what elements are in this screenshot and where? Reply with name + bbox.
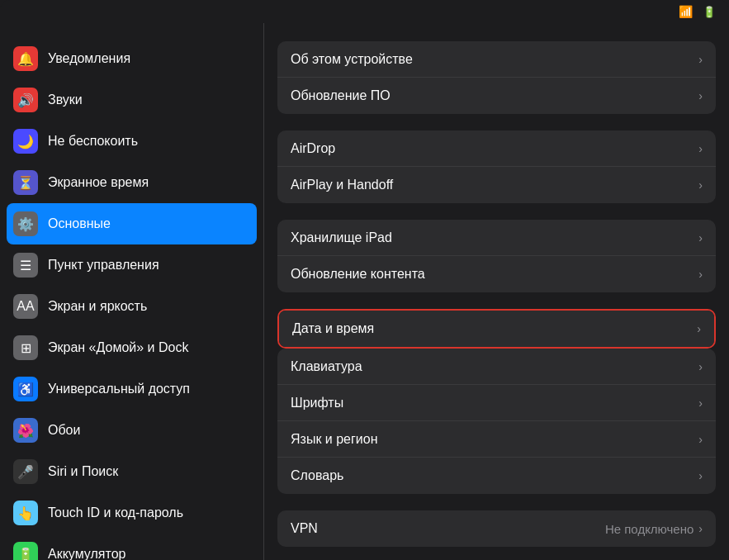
chevron-icon-airplay: ›: [698, 178, 703, 192]
row-label-airplay: AirPlay и Handoff: [291, 178, 393, 192]
row-label-vpn: VPN: [291, 521, 318, 536]
notifications-icon: 🔔: [13, 46, 38, 71]
row-label-keyboard: Клавиатура: [291, 359, 362, 374]
row-label-language: Язык и регион: [291, 432, 378, 447]
settings-row-airdrop[interactable]: AirDrop›: [277, 131, 716, 167]
sidebar-item-label-siri: Siri и Поиск: [48, 464, 118, 479]
settings-row-language[interactable]: Язык и регион›: [277, 421, 716, 458]
row-right-contentupdate: ›: [698, 268, 703, 281]
row-right-airplay: ›: [698, 178, 703, 192]
content-title: [277, 23, 716, 41]
row-right-keyboard: ›: [698, 360, 703, 373]
chevron-icon-vpn: ›: [698, 522, 703, 535]
sidebar-item-label-notifications: Уведомления: [48, 51, 130, 66]
content-area[interactable]: Об этом устройстве›Обновление ПО›AirDrop…: [264, 23, 729, 560]
settings-row-about[interactable]: Об этом устройстве›: [277, 41, 716, 78]
chevron-icon-storage: ›: [698, 231, 703, 244]
chevron-icon-airdrop: ›: [698, 142, 703, 155]
sidebar-item-label-display: Экран и яркость: [48, 299, 147, 314]
row-label-about: Об этом устройстве: [291, 52, 413, 67]
chevron-icon-language: ›: [698, 433, 703, 446]
sidebar-item-label-accessibility: Универсальный доступ: [48, 382, 190, 396]
touchid-icon: 👆: [13, 501, 38, 525]
row-label-fonts: Шрифты: [291, 396, 343, 411]
donotdisturb-icon: 🌙: [13, 129, 38, 154]
controlcenter-icon: ☰: [13, 253, 38, 278]
highlighted-row-wrapper: Дата и время›: [277, 309, 716, 349]
sidebar-item-label-touchid: Touch ID и код-пароль: [48, 505, 183, 520]
settings-row-keyboard[interactable]: Клавиатура›: [277, 349, 716, 385]
settings-row-airplay[interactable]: AirPlay и Handoff›: [277, 167, 716, 203]
row-right-airdrop: ›: [698, 142, 703, 155]
sidebar-item-controlcenter[interactable]: ☰Пункт управления: [0, 244, 263, 286]
row-right-fonts: ›: [698, 396, 703, 410]
row-label-contentupdate: Обновление контента: [291, 267, 425, 282]
general-icon: ⚙️: [13, 211, 38, 236]
row-right-update: ›: [698, 89, 703, 102]
status-right: 📶 🔋: [679, 5, 716, 18]
sidebar-item-display[interactable]: AAЭкран и яркость: [0, 286, 263, 327]
battery-icon: 🔋: [13, 542, 38, 560]
settings-group-group2: AirDrop›AirPlay и Handoff›: [277, 131, 716, 203]
sidebar-item-label-homescreen: Экран «Домой» и Dock: [48, 340, 188, 355]
row-right-language: ›: [698, 433, 703, 446]
chevron-icon-update: ›: [698, 89, 703, 102]
settings-row-vpn[interactable]: VPNНе подключено›: [277, 510, 716, 547]
settings-row-fonts[interactable]: Шрифты›: [277, 385, 716, 421]
sidebar-item-screentime[interactable]: ⏳Экранное время: [0, 162, 263, 203]
row-right-vpn: Не подключено›: [605, 522, 703, 536]
chevron-icon-keyboard: ›: [698, 360, 703, 373]
chevron-icon-contentupdate: ›: [698, 268, 703, 281]
main-layout: 🔔Уведомления🔊Звуки🌙Не беспокоить⏳Экранно…: [0, 23, 729, 560]
sidebar: 🔔Уведомления🔊Звуки🌙Не беспокоить⏳Экранно…: [0, 23, 264, 560]
sidebar-title: [0, 23, 263, 38]
sidebar-item-siri[interactable]: 🎤Siri и Поиск: [0, 451, 263, 492]
sidebar-item-label-sounds: Звуки: [48, 93, 83, 107]
sidebar-item-battery[interactable]: 🔋Аккумулятор: [0, 534, 263, 560]
sidebar-item-label-wallpaper: Обои: [48, 423, 80, 438]
row-right-dictionary: ›: [698, 469, 703, 482]
display-icon: AA: [13, 294, 38, 319]
sidebar-item-accessibility[interactable]: ♿Универсальный доступ: [0, 368, 263, 410]
sidebar-item-touchid[interactable]: 👆Touch ID и код-пароль: [0, 492, 263, 534]
settings-row-update[interactable]: Обновление ПО›: [277, 78, 716, 114]
row-label-update: Обновление ПО: [291, 88, 391, 103]
settings-row-storage[interactable]: Хранилище iPad›: [277, 220, 716, 256]
sidebar-item-notifications[interactable]: 🔔Уведомления: [0, 38, 263, 79]
row-right-about: ›: [698, 53, 703, 66]
settings-row-datetime[interactable]: Дата и время›: [279, 311, 714, 347]
sidebar-item-label-controlcenter: Пункт управления: [48, 258, 159, 273]
row-value-vpn: Не подключено: [605, 522, 693, 536]
sidebar-item-label-general: Основные: [48, 216, 111, 231]
settings-group-group4-after: Клавиатура›Шрифты›Язык и регион›Словарь›: [277, 349, 716, 494]
sidebar-item-wallpaper[interactable]: 🌺Обои: [0, 410, 263, 451]
wifi-icon: 📶: [679, 5, 693, 18]
sidebar-item-label-donotdisturb: Не беспокоить: [48, 134, 138, 149]
chevron-icon-fonts: ›: [698, 396, 703, 410]
settings-group-group3: Хранилище iPad›Обновление контента›: [277, 220, 716, 292]
sidebar-item-homescreen[interactable]: ⊞Экран «Домой» и Dock: [0, 327, 263, 368]
sidebar-item-general[interactable]: ⚙️Основные: [7, 203, 257, 244]
settings-row-dictionary[interactable]: Словарь›: [277, 458, 716, 494]
settings-row-contentupdate[interactable]: Обновление контента›: [277, 256, 716, 292]
sidebar-item-label-battery: Аккумулятор: [48, 547, 125, 560]
row-label-airdrop: AirDrop: [291, 141, 335, 156]
row-right-datetime: ›: [697, 322, 701, 335]
accessibility-icon: ♿: [13, 377, 38, 401]
wallpaper-icon: 🌺: [13, 418, 38, 443]
row-label-datetime: Дата и время: [292, 321, 374, 336]
chevron-icon-datetime: ›: [697, 322, 701, 335]
battery-icon: 🔋: [703, 6, 716, 18]
sidebar-item-label-screentime: Экранное время: [48, 175, 149, 190]
settings-group-group5: VPNНе подключено›: [277, 510, 716, 547]
settings-group-group1: Об этом устройстве›Обновление ПО›: [277, 41, 716, 114]
chevron-icon-dictionary: ›: [698, 469, 703, 482]
sidebar-item-donotdisturb[interactable]: 🌙Не беспокоить: [0, 121, 263, 162]
siri-icon: 🎤: [13, 459, 38, 484]
screentime-icon: ⏳: [13, 170, 38, 195]
sidebar-section-1: 🔔Уведомления🔊Звуки🌙Не беспокоить⏳Экранно…: [0, 38, 263, 560]
row-label-storage: Хранилище iPad: [291, 230, 392, 245]
sidebar-item-sounds[interactable]: 🔊Звуки: [0, 79, 263, 121]
homescreen-icon: ⊞: [13, 335, 38, 360]
screen: 📶 🔋 🔔Уведомления🔊Звуки🌙Не беспокоить⏳Экр…: [0, 0, 729, 560]
